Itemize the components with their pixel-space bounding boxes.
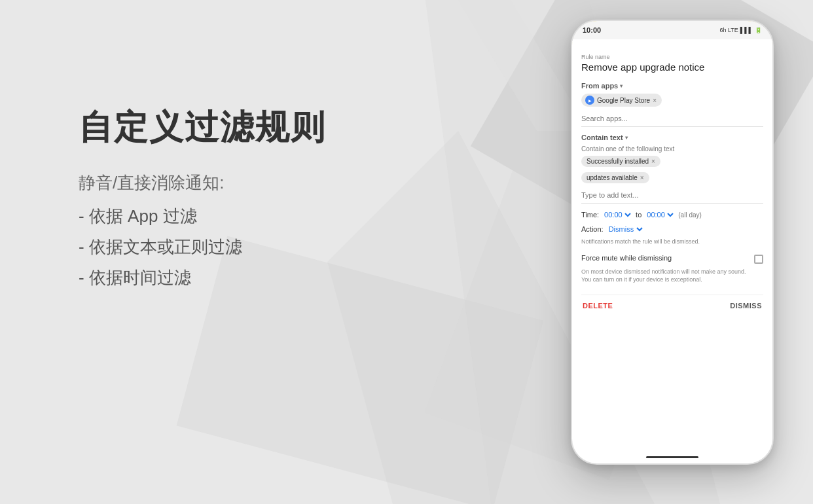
chip2-close-icon[interactable]: × <box>640 174 644 181</box>
updates-chip-row: updates available × <box>581 172 763 183</box>
successfully-installed-chip[interactable]: Successfully installed × <box>581 156 660 167</box>
contain-text-dropdown-icon: ▾ <box>625 135 628 141</box>
phone-home-indicator <box>646 456 698 458</box>
phone-content-inner: Rule name Remove app upgrade notice From… <box>572 39 772 323</box>
dismiss-button[interactable]: DISMISS <box>730 302 762 310</box>
action-select[interactable]: Dismiss <box>606 225 645 234</box>
footer-divider <box>581 295 763 295</box>
left-content-area: 自定义过滤规则 静音/直接消除通知: - 依据 App 过滤 - 依据文本或正则… <box>79 105 326 297</box>
contain-text-header[interactable]: Contain text ▾ <box>581 134 763 141</box>
action-row: Action: Dismiss <box>581 225 763 234</box>
type-add-text-input[interactable] <box>581 189 763 204</box>
list-item-1: - 依据 App 过滤 <box>79 205 326 228</box>
delete-button[interactable]: DELETE <box>583 302 613 310</box>
phone-time: 10:00 <box>583 26 601 34</box>
list-item-3: - 依据时间过滤 <box>79 266 326 289</box>
time-label: Time: <box>581 211 599 219</box>
dismiss-note: Notifications match the rule will be dis… <box>581 238 763 246</box>
from-apps-header[interactable]: From apps ▾ <box>581 82 763 90</box>
contain-text-label: Contain text <box>581 134 623 141</box>
force-mute-row: Force mute while dismissing <box>581 254 763 264</box>
footer-actions: DELETE DISMISS <box>581 302 763 310</box>
action-label: Action: <box>581 225 604 233</box>
subtitle-text: 静音/直接消除通知: <box>79 171 326 194</box>
google-play-label: Google Play Store <box>597 97 650 104</box>
google-play-close-icon[interactable]: × <box>653 97 657 104</box>
play-store-icon <box>585 96 594 105</box>
rule-name-value: Remove app upgrade notice <box>581 62 763 73</box>
phone-status-icons: 6h LTE ▌▌▌ 🔋 <box>720 27 763 33</box>
phone-status-bar: 10:00 6h LTE ▌▌▌ 🔋 <box>572 21 772 39</box>
list-item-2: - 依据文本或正则过滤 <box>79 236 326 259</box>
updates-available-chip[interactable]: updates available × <box>581 172 649 183</box>
phone-body: 10:00 6h LTE ▌▌▌ 🔋 Rule name Remove app … <box>571 20 774 465</box>
search-apps-input[interactable] <box>581 112 763 127</box>
time-to-select[interactable]: 00:00 <box>644 210 676 219</box>
contain-one-label: Contain one of the following text <box>581 145 763 153</box>
successfully-installed-label: Successfully installed <box>587 158 649 165</box>
phone-mockup: 10:00 6h LTE ▌▌▌ 🔋 Rule name Remove app … <box>571 20 774 465</box>
main-title: 自定义过滤规则 <box>79 105 326 151</box>
chip1-close-icon[interactable]: × <box>651 158 655 165</box>
phone-content[interactable]: Rule name Remove app upgrade notice From… <box>572 39 772 463</box>
google-play-chip[interactable]: Google Play Store × <box>581 94 662 107</box>
force-mute-desc: On most device dismissed notification wi… <box>581 268 763 284</box>
force-mute-label: Force mute while dismissing <box>581 254 672 262</box>
time-all-day: (all day) <box>678 211 702 219</box>
rule-name-section: Rule name Remove app upgrade notice <box>581 54 763 73</box>
rule-name-label: Rule name <box>581 54 763 60</box>
signal-icon: ▌▌▌ <box>740 27 753 33</box>
lte-icon: 6h LTE <box>720 27 738 33</box>
from-apps-dropdown-icon: ▾ <box>620 83 623 89</box>
battery-icon: 🔋 <box>755 27 762 33</box>
updates-available-label: updates available <box>587 174 638 181</box>
force-mute-checkbox[interactable] <box>754 255 763 264</box>
apps-chip-row: Google Play Store × <box>581 94 763 107</box>
time-from-select[interactable]: 00:00 <box>602 210 633 219</box>
time-to-text: to <box>636 211 641 219</box>
from-apps-label: From apps <box>581 82 618 90</box>
time-row: Time: 00:00 to 00:00 (all day) <box>581 210 763 219</box>
text-chips-row: Successfully installed × <box>581 156 763 167</box>
